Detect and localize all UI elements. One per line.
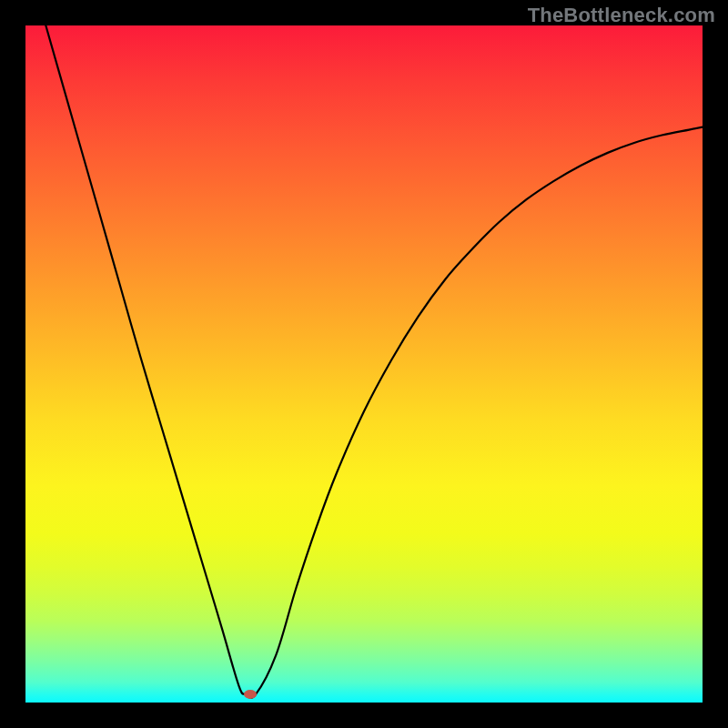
svg-point-0 [244, 690, 257, 699]
bottleneck-curve [25, 25, 703, 703]
plot-area [25, 25, 703, 703]
chart-frame: TheBottleneck.com [0, 0, 728, 728]
watermark-text: TheBottleneck.com [528, 4, 715, 27]
